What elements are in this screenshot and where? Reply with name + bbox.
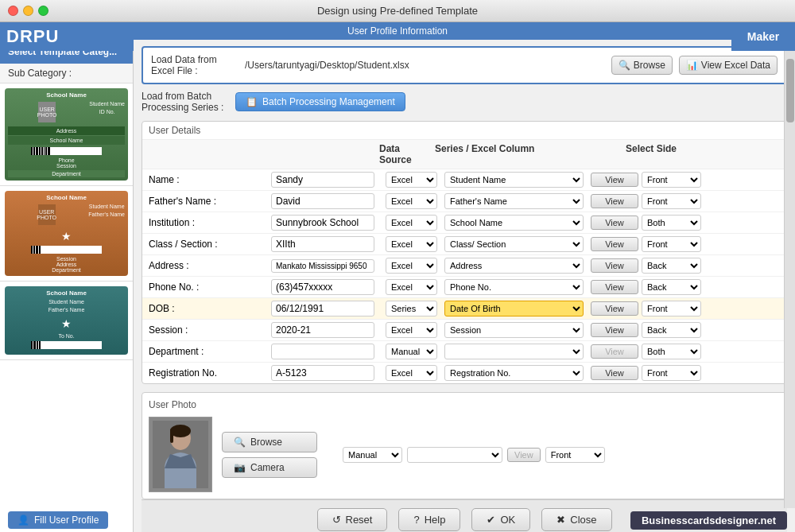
- name-input[interactable]: [271, 172, 374, 188]
- phone-column-select[interactable]: Phone No.: [444, 279, 584, 295]
- class-side-select[interactable]: FrontBackBoth: [642, 236, 701, 252]
- content-area: Load Data from Excel File : 🔍 Browse 📊 V…: [134, 40, 795, 532]
- institution-column-select[interactable]: School Name: [444, 215, 584, 231]
- dob-input[interactable]: [271, 301, 374, 316]
- excel-file-path-input[interactable]: [245, 60, 605, 71]
- col-header-empty: [578, 143, 626, 165]
- department-source-select[interactable]: ManualExcelSeries: [386, 344, 437, 359]
- detail-row: Name : ExcelSeriesManual Student Name Vi…: [142, 169, 786, 191]
- sidebar-sub-category: Sub Category :: [0, 64, 133, 83]
- detail-label: Session :: [149, 324, 268, 336]
- class-source-select[interactable]: ExcelSeriesManual: [386, 236, 437, 252]
- list-item[interactable]: School Name Student Name Father's Name ★…: [0, 282, 133, 360]
- registration-source-select[interactable]: ExcelSeriesManual: [386, 365, 437, 381]
- address-side-select[interactable]: BackFrontBoth: [642, 258, 701, 274]
- institution-source-select[interactable]: ExcelSeriesManual: [386, 215, 437, 231]
- fathers-name-source-select[interactable]: ExcelSeriesManual: [386, 193, 437, 209]
- fathers-name-view-button[interactable]: View: [591, 194, 638, 208]
- institution-view-button[interactable]: View: [591, 216, 638, 230]
- scrollbar[interactable]: [784, 51, 795, 508]
- address-view-button[interactable]: View: [591, 258, 638, 273]
- photo-view-button[interactable]: View: [507, 448, 541, 462]
- class-view-button[interactable]: View: [591, 237, 638, 251]
- window-controls: [8, 6, 48, 16]
- list-item[interactable]: School Name USERPHOTO Student Name ID No…: [0, 83, 133, 186]
- col-header-data-source: Data Source: [379, 143, 435, 165]
- footer-fill-profile[interactable]: 👤 Fill User Profile: [8, 511, 108, 529]
- photo-placeholder: [149, 417, 212, 492]
- class-section-input[interactable]: [271, 236, 374, 252]
- photo-column-select[interactable]: [407, 447, 502, 463]
- session-column-select[interactable]: Session: [444, 322, 584, 338]
- fathers-name-column-select[interactable]: Father's Name: [444, 193, 584, 209]
- list-item[interactable]: School Name USERPHOTO Student Name Fathe…: [0, 186, 133, 282]
- registration-input[interactable]: [271, 365, 374, 381]
- photo-source-select[interactable]: ManualExcel: [343, 447, 402, 463]
- fathers-name-side-select[interactable]: FrontBackBoth: [642, 193, 701, 209]
- view-excel-button[interactable]: 📊 View Excel Data: [679, 56, 778, 75]
- minimize-window-btn[interactable]: [23, 6, 33, 16]
- class-column-select[interactable]: Class/ Section: [444, 236, 584, 252]
- detail-row: Address : ExcelSeriesManual Address View…: [142, 255, 786, 277]
- department-input[interactable]: [271, 344, 374, 359]
- detail-label: Phone No. :: [149, 282, 268, 293]
- department-view-button[interactable]: View: [591, 344, 638, 359]
- browse-icon: 🔍: [619, 60, 630, 71]
- batch-processing-button[interactable]: 📋 Batch Processing Management: [235, 92, 405, 111]
- photo-buttons: 🔍 Browse 📷 Camera: [222, 432, 317, 478]
- maximize-window-btn[interactable]: [38, 6, 48, 16]
- institution-side-select[interactable]: BothFrontBack: [642, 215, 701, 231]
- dob-side-select[interactable]: FrontBackBoth: [642, 301, 701, 316]
- detail-label: Class / Section :: [149, 239, 268, 250]
- close-window-btn[interactable]: [8, 6, 18, 16]
- user-details-header: User Details: [142, 122, 786, 140]
- user-photo-box: User Photo: [142, 392, 787, 499]
- fathers-name-input[interactable]: [271, 193, 374, 209]
- session-source-select[interactable]: ExcelSeriesManual: [386, 322, 437, 338]
- department-column-select[interactable]: [444, 344, 584, 359]
- detail-row: Father's Name : ExcelSeriesManual Father…: [142, 191, 786, 212]
- phone-side-select[interactable]: BackFrontBoth: [642, 279, 701, 295]
- dob-view-button[interactable]: View: [591, 301, 638, 316]
- camera-icon: 📷: [234, 462, 246, 473]
- name-view-button[interactable]: View: [591, 173, 638, 187]
- footer-brand: Businesscardsdesigner.net: [630, 511, 787, 530]
- photo-side-select[interactable]: FrontBackBoth: [545, 447, 605, 463]
- detail-label: Address :: [149, 260, 268, 271]
- registration-side-select[interactable]: FrontBackBoth: [642, 365, 701, 381]
- photo-browse-button[interactable]: 🔍 Browse: [222, 432, 317, 452]
- phone-source-select[interactable]: ExcelSeriesManual: [386, 279, 437, 295]
- session-input[interactable]: [271, 322, 374, 338]
- browse-button[interactable]: 🔍 Browse: [611, 56, 673, 75]
- address-input[interactable]: [271, 259, 374, 273]
- detail-row: Registration No. ExcelSeriesManual Regst…: [142, 363, 786, 383]
- department-side-select[interactable]: BothFrontBack: [642, 344, 701, 359]
- camera-button[interactable]: 📷 Camera: [222, 457, 317, 478]
- registration-view-button[interactable]: View: [591, 366, 638, 380]
- detail-label: DOB :: [149, 303, 268, 314]
- window-title: Design using Pre-defined Template: [317, 5, 478, 17]
- phone-input[interactable]: [271, 279, 374, 295]
- phone-view-button[interactable]: View: [591, 280, 638, 294]
- barcode-icon: [31, 147, 101, 155]
- title-bar: Design using Pre-defined Template: [0, 0, 795, 22]
- dob-column-select[interactable]: Date Of Birth: [444, 301, 584, 316]
- scrollbar-thumb[interactable]: [786, 59, 794, 122]
- detail-label: Father's Name :: [149, 196, 268, 207]
- session-view-button[interactable]: View: [591, 323, 638, 337]
- detail-row: Session : ExcelSeriesManual Session View…: [142, 320, 786, 341]
- session-side-select[interactable]: BackFrontBoth: [642, 322, 701, 338]
- name-source-select[interactable]: ExcelSeriesManual: [386, 172, 437, 188]
- address-column-select[interactable]: Address: [444, 258, 584, 274]
- registration-column-select[interactable]: Regstration No.: [444, 365, 584, 381]
- star-icon: ★: [8, 317, 125, 330]
- detail-label: Name :: [149, 174, 268, 185]
- app-footer: 👤 Fill User Profile Businesscardsdesigne…: [0, 508, 795, 532]
- name-side-select[interactable]: FrontBackBoth: [642, 172, 701, 188]
- detail-row: Phone No. : ExcelSeriesManual Phone No. …: [142, 277, 786, 298]
- dob-source-select[interactable]: SeriesExcelManual: [386, 301, 437, 316]
- browse-photo-icon: 🔍: [234, 437, 246, 448]
- address-source-select[interactable]: ExcelSeriesManual: [386, 258, 437, 274]
- institution-input[interactable]: [271, 215, 374, 231]
- name-column-select[interactable]: Student Name: [444, 172, 584, 188]
